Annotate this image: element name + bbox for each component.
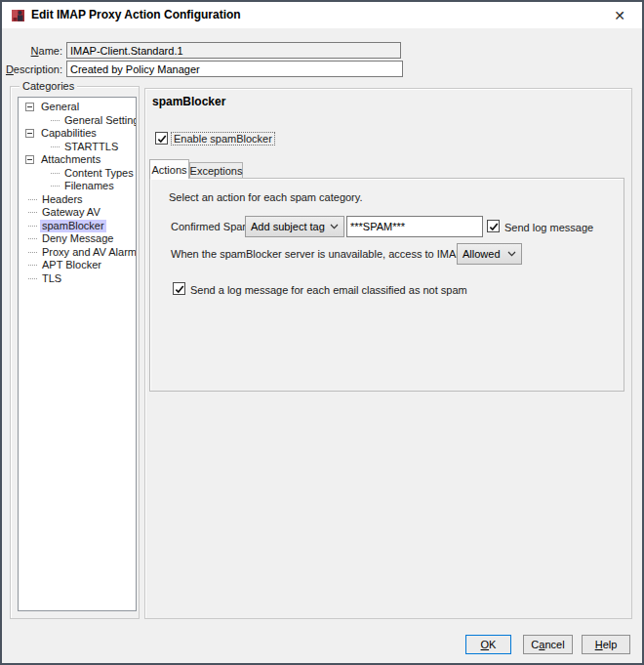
description-label: Description:	[2, 63, 62, 76]
tree-item-headers[interactable]: Headers	[19, 193, 136, 207]
panel-heading: spamBlocker	[152, 95, 225, 108]
server-unavailable-select[interactable]: Allowed	[457, 243, 522, 265]
tree-connector	[51, 146, 60, 147]
tree-item-tls[interactable]: TLS	[19, 272, 136, 286]
tree-connector	[51, 186, 60, 187]
categories-group-label: Categories	[20, 80, 77, 92]
tree-item-spamblocker[interactable]: spamBlocker	[19, 220, 136, 233]
tree-connector	[28, 212, 37, 213]
tree-item-label: APT Blocker	[40, 259, 103, 271]
chevron-down-icon	[507, 251, 516, 257]
enable-spamblocker-checkbox[interactable]	[155, 132, 168, 145]
tree-connector	[28, 199, 37, 200]
server-unavailable-value: Allowed	[458, 248, 504, 260]
collapse-minus-icon[interactable]	[25, 155, 34, 164]
tree-item-label: spamBlocker	[40, 220, 106, 232]
tree-item-label: General Settings	[62, 114, 137, 127]
tree-item-content-types[interactable]: Content Types	[19, 167, 136, 181]
categories-tree[interactable]: GeneralGeneral SettingsCapabilitiesSTART…	[18, 97, 137, 611]
ok-button[interactable]: OK	[465, 635, 511, 654]
tree-item-filenames[interactable]: Filenames	[19, 180, 136, 193]
tree-item-apt-blocker[interactable]: APT Blocker	[19, 259, 136, 272]
tree-item-attachments[interactable]: Attachments	[19, 153, 136, 167]
tree-item-label: Filenames	[62, 180, 116, 192]
tree-item-label: Content Types	[62, 167, 136, 180]
tree-item-proxy-and-av-alarms[interactable]: Proxy and AV Alarms	[19, 246, 136, 260]
app-icon	[12, 9, 24, 21]
category-settings-panel: spamBlocker Enable spamBlocker Actions E…	[144, 88, 632, 619]
close-icon[interactable]: ✕	[605, 2, 634, 28]
send-log-message-checkbox[interactable]	[487, 220, 500, 232]
server-unavailable-label: When the spamBlocker server is unavailab…	[171, 248, 503, 260]
tree-item-label: Attachments	[39, 153, 102, 166]
name-label: Name:	[2, 45, 62, 58]
tree-item-deny-message[interactable]: Deny Message	[19, 232, 136, 246]
not-spam-log-checkbox[interactable]	[173, 282, 185, 295]
tree-connector	[51, 120, 60, 121]
tree-connector	[51, 173, 60, 174]
tree-item-label: Headers	[40, 193, 85, 206]
tree-item-gateway-av[interactable]: Gateway AV	[19, 206, 136, 220]
tab-actions[interactable]: Actions	[149, 159, 189, 179]
tree-item-label: Deny Message	[40, 232, 115, 245]
confirmed-spam-action-select[interactable]: Add subject tag	[245, 216, 344, 237]
tree-item-label: Capabilities	[39, 127, 99, 140]
tree-connector	[28, 238, 37, 239]
tree-item-label: STARTTLS	[62, 141, 120, 153]
confirmed-spam-action-value: Add subject tag	[246, 221, 327, 232]
tab-exceptions[interactable]: Exceptions	[189, 162, 243, 179]
tree-item-label: Proxy and AV Alarms	[40, 246, 137, 259]
tree-item-general[interactable]: General	[19, 101, 136, 114]
tree-connector	[28, 278, 37, 279]
intro-text: Select an action for each spam category.	[169, 191, 363, 203]
tree-connector	[28, 265, 37, 266]
actions-tab-panel: Select an action for each spam category.…	[149, 178, 624, 392]
tree-item-label: Gateway AV	[40, 206, 102, 219]
tree-item-general-settings[interactable]: General Settings	[19, 114, 136, 128]
check-icon	[175, 284, 184, 294]
collapse-minus-icon[interactable]	[25, 103, 34, 111]
check-icon	[157, 134, 167, 144]
enable-spamblocker-label: Enable spamBlocker	[172, 133, 274, 145]
tree-item-label: TLS	[40, 272, 63, 285]
confirmed-spam-label: Confirmed Spam:	[171, 221, 255, 232]
tree-item-capabilities[interactable]: Capabilities	[19, 127, 136, 141]
tree-connector	[28, 226, 37, 227]
name-field[interactable]	[66, 42, 401, 59]
tree-connector	[28, 252, 37, 253]
help-button[interactable]: Help	[582, 635, 630, 654]
chevron-down-icon	[330, 224, 339, 229]
spam-tag-input[interactable]	[346, 216, 483, 237]
dialog-edit-imap-proxy-action: Edit IMAP Proxy Action Configuration ✕ N…	[0, 0, 644, 665]
collapse-minus-icon[interactable]	[25, 129, 34, 138]
title-bar: Edit IMAP Proxy Action Configuration ✕	[2, 2, 642, 28]
tree-item-starttls[interactable]: STARTTLS	[19, 141, 136, 154]
window-title: Edit IMAP Proxy Action Configuration	[31, 2, 241, 28]
tree-item-label: General	[39, 101, 81, 113]
cancel-button[interactable]: Cancel	[523, 635, 573, 654]
not-spam-log-label: Send a log message for each email classi…	[190, 284, 467, 296]
check-icon	[489, 222, 499, 231]
description-field[interactable]	[66, 61, 403, 77]
send-log-message-label: Send log message	[504, 222, 593, 233]
